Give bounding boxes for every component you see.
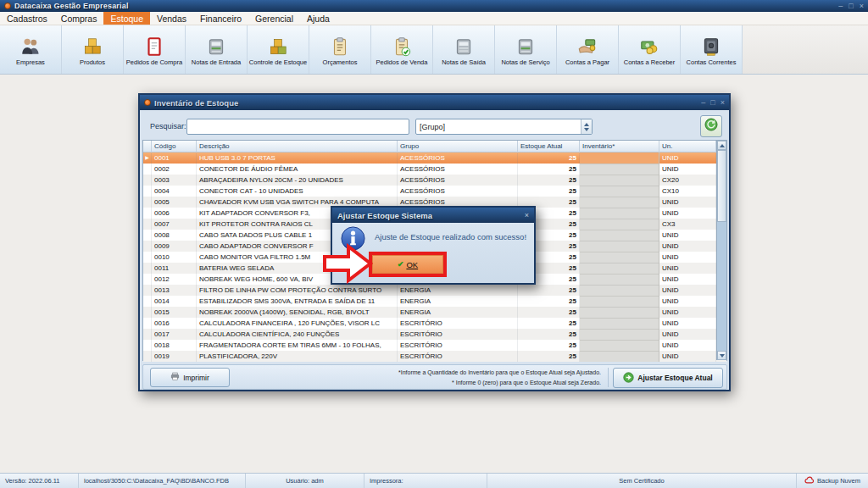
table-row[interactable]: 0015 NOBREAK 2000VA (1400W), SENOIDAL, R… bbox=[143, 307, 726, 318]
toolbar-button-contas-receber[interactable]: Contas a Receber bbox=[619, 25, 681, 74]
cell-inventario[interactable] bbox=[580, 230, 659, 241]
cell-inventario[interactable] bbox=[580, 164, 659, 175]
app-logo-icon bbox=[4, 3, 11, 9]
cell-codigo: 0013 bbox=[152, 285, 197, 296]
cell-inventario[interactable] bbox=[580, 175, 659, 186]
toolbar-label: Contas a Receber bbox=[624, 58, 675, 66]
menu-item-vendas[interactable]: Vendas bbox=[150, 12, 193, 25]
col-inventario[interactable]: Inventário* bbox=[580, 141, 659, 152]
toolbar-button-contas-correntes[interactable]: Contas Correntes bbox=[681, 25, 743, 74]
cell-inventario[interactable] bbox=[580, 340, 659, 351]
contas-receber-icon bbox=[638, 36, 660, 58]
table-row[interactable]: 0013 FILTRO DE LINHA PW COM PROTEÇÃO CON… bbox=[143, 285, 726, 296]
adjust-stock-button[interactable]: Ajustar Estoque Atual bbox=[613, 368, 723, 388]
table-row[interactable]: 0014 ESTABILIZADOR SMS 300VA, ENTRADA E … bbox=[143, 296, 726, 307]
table-row[interactable]: 0016 CALCULADORA FINANCEIRA , 120 FUNÇÕE… bbox=[143, 318, 726, 329]
cell-inventario[interactable] bbox=[580, 329, 659, 340]
col-grupo[interactable]: Grupo bbox=[398, 141, 518, 152]
row-selector-cell bbox=[143, 274, 152, 285]
status-printer: Impressora: bbox=[364, 474, 487, 488]
cell-inventario[interactable] bbox=[580, 208, 659, 219]
print-button[interactable]: Imprimir bbox=[150, 368, 230, 387]
toolbar-button-controle-estoque[interactable]: Controle de Estoque bbox=[248, 25, 309, 74]
cell-inventario[interactable] bbox=[580, 263, 659, 274]
status-version: Versão: 2022.06.11 bbox=[0, 474, 79, 488]
maximize-icon[interactable]: □ bbox=[849, 3, 853, 10]
table-row[interactable]: 0003 ABRAÇADEIRA NYLON 20CM - 20 UNIDADE… bbox=[143, 175, 726, 186]
table-row[interactable]: 0019 PLASTIFICADORA, 220V ESCRITÓRIO 25 … bbox=[143, 351, 726, 362]
spin-down-icon bbox=[584, 128, 589, 131]
cell-codigo: 0016 bbox=[152, 318, 197, 329]
toolbar-label: Controle de Estoque bbox=[249, 58, 307, 66]
cell-inventario[interactable] bbox=[580, 296, 659, 307]
inventory-maximize-icon[interactable]: □ bbox=[710, 98, 715, 107]
menu-item-financeiro[interactable]: Financeiro bbox=[193, 12, 248, 25]
menu-item-estoque[interactable]: Estoque bbox=[103, 12, 150, 25]
col-un[interactable]: Un. bbox=[659, 141, 716, 152]
table-row[interactable]: 0004 CONECTOR CAT - 10 UNIDADES ACESSÓRI… bbox=[143, 186, 726, 197]
row-selector-cell bbox=[143, 208, 152, 219]
menu-item-gerencial[interactable]: Gerencial bbox=[248, 12, 300, 25]
cell-inventario[interactable] bbox=[580, 252, 659, 263]
scrollbar-thumb[interactable] bbox=[717, 150, 726, 222]
inventory-close-icon[interactable]: × bbox=[721, 98, 725, 107]
col-codigo[interactable]: Código bbox=[152, 141, 197, 152]
cell-inventario[interactable] bbox=[580, 197, 659, 208]
inventory-minimize-icon[interactable]: – bbox=[701, 98, 705, 107]
check-icon: ✔ bbox=[398, 260, 404, 269]
scroll-down-icon[interactable] bbox=[717, 351, 726, 360]
search-input[interactable] bbox=[186, 119, 409, 135]
toolbar-button-produtos[interactable]: Produtos bbox=[62, 25, 124, 74]
panel-divider bbox=[608, 368, 609, 387]
col-estoque-atual[interactable]: Estoque Atual bbox=[518, 141, 580, 152]
close-icon[interactable]: × bbox=[860, 3, 864, 10]
row-selector-cell bbox=[143, 285, 152, 296]
table-row[interactable]: ▶ 0001 HUB USB 3.0 7 PORTAS ACESSÓRIOS 2… bbox=[143, 152, 726, 164]
cell-descricao: FRAGMENTADORA CORTE EM TIRAS 6MM - 10 FO… bbox=[197, 340, 398, 351]
cell-codigo: 0009 bbox=[152, 241, 197, 252]
row-selector-cell bbox=[143, 175, 152, 186]
group-filter-select[interactable]: [Grupo] bbox=[415, 119, 593, 135]
cell-inventario[interactable] bbox=[580, 241, 659, 252]
col-descricao[interactable]: Descrição bbox=[197, 141, 398, 152]
cell-inventario[interactable] bbox=[580, 152, 659, 164]
menu-item-cadastros[interactable]: Cadastros bbox=[0, 12, 54, 25]
table-row[interactable]: 0018 FRAGMENTADORA CORTE EM TIRAS 6MM - … bbox=[143, 340, 726, 351]
status-backup[interactable]: Backup Nuvem bbox=[797, 474, 868, 488]
refresh-button[interactable] bbox=[700, 115, 722, 137]
toolbar-button-orcamentos[interactable]: Orçamentos bbox=[309, 25, 371, 74]
toolbar-button-notas-entrada[interactable]: Notas de Entrada bbox=[186, 25, 248, 74]
row-selector-cell bbox=[143, 329, 152, 340]
cell-inventario[interactable] bbox=[580, 219, 659, 230]
scroll-up-icon[interactable] bbox=[717, 141, 726, 150]
cell-estoque-atual: 25 bbox=[518, 152, 580, 164]
cell-inventario[interactable] bbox=[580, 274, 659, 285]
toolbar-button-pedidos-compra[interactable]: Pedidos de Compra bbox=[124, 25, 186, 74]
toolbar-button-notas-saida[interactable]: Notas de Saída bbox=[433, 25, 495, 74]
toolbar-button-empresas[interactable]: Empresas bbox=[0, 25, 62, 74]
dialog-body: Ajuste de Estoque realizado com sucesso!… bbox=[332, 223, 534, 283]
statusbar: Versão: 2022.06.11 localhost/3050:C:\Dat… bbox=[0, 473, 868, 488]
vertical-scrollbar[interactable] bbox=[716, 141, 726, 360]
cell-inventario[interactable] bbox=[580, 285, 659, 296]
table-row[interactable]: 0002 CONECTOR DE ÁUDIO FÊMEA ACESSÓRIOS … bbox=[143, 164, 726, 175]
cell-inventario[interactable] bbox=[580, 351, 659, 362]
cell-codigo: 0010 bbox=[152, 252, 197, 263]
ok-button[interactable]: ✔ OK bbox=[372, 255, 443, 274]
cell-inventario[interactable] bbox=[580, 307, 659, 318]
toolbar-button-notas-servico[interactable]: Notas de Serviço bbox=[495, 25, 557, 74]
cell-inventario[interactable] bbox=[580, 318, 659, 329]
cell-descricao: CONECTOR CAT - 10 UNIDADES bbox=[197, 186, 398, 197]
cell-inventario[interactable] bbox=[580, 186, 659, 197]
cell-codigo: 0012 bbox=[152, 274, 197, 285]
minimize-icon[interactable]: – bbox=[838, 3, 843, 10]
menu-item-compras[interactable]: Compras bbox=[54, 12, 104, 25]
cell-codigo: 0002 bbox=[152, 164, 197, 175]
dialog-close-icon[interactable]: × bbox=[525, 211, 529, 219]
toolbar-button-contas-pagar[interactable]: Contas a Pagar bbox=[557, 25, 619, 74]
menu-item-ajuda[interactable]: Ajuda bbox=[300, 12, 337, 25]
cell-codigo: 0015 bbox=[152, 307, 197, 318]
table-row[interactable]: 0017 CALCULADORA CIENTÍFICA, 240 FUNÇÕES… bbox=[143, 329, 726, 340]
group-filter-spinner[interactable] bbox=[581, 119, 592, 134]
toolbar-button-pedidos-venda[interactable]: Pedidos de Venda bbox=[371, 25, 433, 74]
